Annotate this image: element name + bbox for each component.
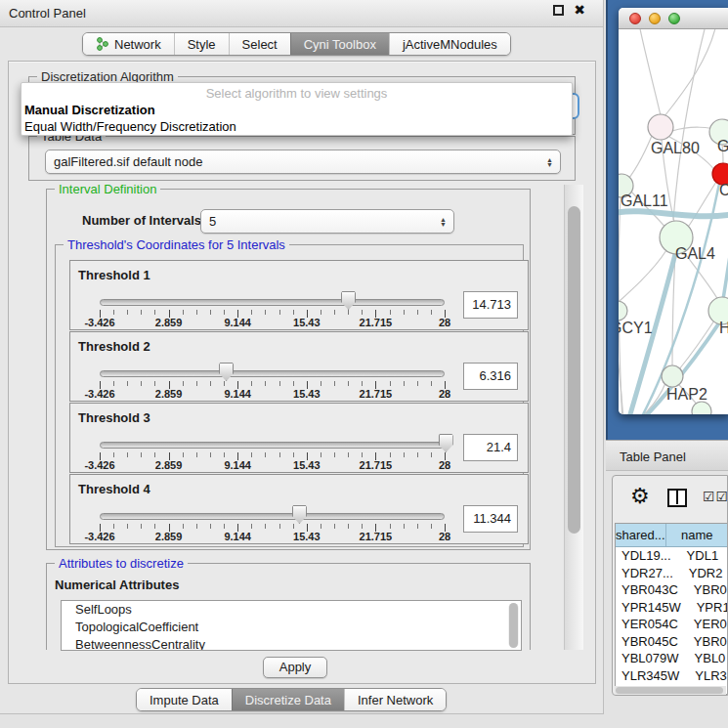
threshold-3-panel: Threshold 3 -3.426 2.859 9.144 15.43 21.… [69,403,529,473]
control-panel-tabbar: Network Style Select Cyni Toolbox jActiv… [82,32,511,56]
cyni-mode-tabbar: Impute Data Discretize Data Infer Networ… [136,688,447,711]
numerical-attributes-label: Numerical Attributes [55,578,179,592]
threshold-label: Threshold 1 [78,268,150,282]
threshold-value-field[interactable]: 6.316 [463,363,518,390]
tab-label: jActiveMNodules [403,37,497,52]
close-icon[interactable]: ✖ [574,5,585,16]
close-traffic-light-icon[interactable] [629,13,641,24]
node-label-partial-h: H [719,320,728,336]
network-view-frame: GAL80 GA C GAL11 GAL4 GCY1 H HAP2 [606,0,728,440]
dropdown-option-manual-discretization[interactable]: Manual Discretization [24,103,155,117]
column-header-shared-name[interactable]: shared... [616,524,666,546]
table-header-row: shared... name [616,524,728,547]
threshold-label: Threshold 4 [78,482,150,496]
threshold-value-field[interactable]: 14.713 [463,291,518,319]
tab-label: Infer Network [358,693,433,707]
table-row[interactable]: YBR043CYBR0 [616,581,728,599]
threshold-slider-track[interactable] [100,513,445,520]
threshold-slider-thumb[interactable] [219,363,234,381]
right-column: GAL80 GA C GAL11 GAL4 GCY1 H HAP2 Table … [606,0,728,728]
combobox-value: galFiltered.sif default node [54,154,202,169]
table-row[interactable]: YER054CYER0 [616,616,728,633]
tab-select[interactable]: Select [229,33,290,55]
gear-icon[interactable]: ⚙ [630,484,650,509]
list-item[interactable]: TopologicalCoefficient [62,619,521,636]
tab-cyni-toolbox[interactable]: Cyni Toolbox [290,33,389,55]
node-table[interactable]: shared... name YDL19...YDL1 YDR27...YDR2… [615,523,728,695]
table-row[interactable]: YDL19...YDL1 [616,547,728,565]
network-window[interactable]: GAL80 GA C GAL11 GAL4 GCY1 H HAP2 [619,8,728,414]
window-title: Control Panel [9,6,86,21]
tab-label: Cyni Toolbox [304,37,376,52]
table-horizontal-scrollbar[interactable] [615,686,726,695]
spinner-arrows-icon: ▲▼ [546,157,553,167]
table-panel-title: Table Panel [620,450,686,464]
dropdown-hint: Select algorithm to view settings [21,86,572,101]
table-row[interactable]: YPR145WYPR1 [616,599,728,617]
cyni-toolbox-content: Discretization Algorithm Table Data galF… [8,61,596,684]
minimize-traffic-light-icon[interactable] [649,13,661,24]
control-panel-titlebar: Control Panel ✖ [0,0,603,27]
column-header-name[interactable]: name [666,524,728,546]
node-label-gal4: GAL4 [675,245,715,262]
tab-label: Impute Data [150,693,219,707]
tab-discretize-data[interactable]: Discretize Data [232,689,344,710]
table-row[interactable]: YBR045CYBR0 [616,633,728,651]
node-label-gcy1: GCY1 [619,320,653,336]
threshold-slider-thumb[interactable] [292,505,307,524]
tab-jactivemnodules[interactable]: jActiveMNodules [389,33,510,55]
node-label-gal11: GAL11 [621,193,668,209]
slider-scale: -3.426 2.859 9.144 15.43 21.715 28 [100,317,445,328]
threshold-slider-track[interactable] [100,370,445,377]
slider-scale: -3.426 2.859 9.144 15.43 21.715 28 [100,388,445,400]
tab-label: Select [242,37,278,52]
table-row[interactable]: YDR27...YDR2 [616,565,728,582]
table-row[interactable]: YBL079WYBL0 [616,650,728,667]
table-panel-body: ⚙ ☑☑ shared... name YDL19...YDL1 YDR27..… [606,471,728,728]
threshold-slider-track[interactable] [100,442,445,449]
threshold-value-field[interactable]: 11.344 [463,505,518,533]
attributes-group: Attributes to discretize Numerical Attri… [46,563,531,650]
table-panel-box: ⚙ ☑☑ shared... name YDL19...YDL1 YDR27..… [612,475,728,696]
combobox-value: 5 [209,214,216,229]
tab-infer-network[interactable]: Infer Network [344,689,446,710]
threshold-1-panel: Threshold 1 -3.426 2.859 9.144 15.43 21.… [69,260,529,330]
spinner-arrows-icon: ▲▼ [440,217,447,227]
apply-button[interactable]: Apply [263,657,327,678]
network-canvas[interactable]: GAL80 GA C GAL11 GAL4 GCY1 H HAP2 [619,29,728,414]
number-of-intervals-combobox[interactable]: 5 ▲▼ [200,209,454,234]
node-label-partial-ga: GA [717,138,728,154]
group-label: Attributes to discretize [55,556,188,571]
tab-style[interactable]: Style [174,33,229,55]
threshold-value-field[interactable]: 21.4 [463,434,518,461]
columns-icon[interactable] [667,489,687,507]
control-panel-window: Control Panel ✖ Network Style Select Cyn [0,0,604,714]
node-label-hap2: HAP2 [666,386,707,403]
group-label: Interval Definition [55,182,160,196]
tab-impute-data[interactable]: Impute Data [137,689,232,710]
table-data-group: Table Data galFiltered.sif default node … [28,136,576,181]
list-scrollbar[interactable] [508,603,519,648]
table-panel-toolbar: ⚙ ☑☑ [613,476,727,519]
numerical-attributes-list[interactable]: SelfLoops TopologicalCoefficient Between… [61,600,522,651]
list-item[interactable]: SelfLoops [62,601,521,619]
scrollbar-thumb[interactable] [568,206,580,534]
select-columns-icon[interactable]: ☑☑ [703,489,728,504]
table-panel-titlebar: Table Panel [606,440,728,471]
threshold-slider-thumb[interactable] [439,434,453,452]
table-data-combobox[interactable]: galFiltered.sif default node ▲▼ [45,150,561,174]
list-item[interactable]: BetweennessCentrality [62,636,521,651]
network-window-titlebar[interactable] [619,8,728,29]
tab-label: Style [188,37,216,52]
thresholds-coordinates-group: Threshold's Coordinates for 5 Intervals … [55,244,524,547]
algorithm-dropdown-popup: Select algorithm to view settings Manual… [21,82,573,136]
tab-network[interactable]: Network [83,33,174,55]
content-vertical-scrollbar[interactable] [564,185,583,650]
dropdown-option-equal-width-frequency[interactable]: Equal Width/Frequency Discretization [24,119,236,134]
float-window-icon[interactable] [553,5,564,16]
threshold-slider-thumb[interactable] [341,291,356,310]
scrollbar-thumb[interactable] [616,687,723,694]
zoom-traffic-light-icon[interactable] [668,13,680,24]
threshold-slider-track[interactable] [100,299,445,306]
table-row[interactable]: YLR345WYLR3 [616,667,728,685]
